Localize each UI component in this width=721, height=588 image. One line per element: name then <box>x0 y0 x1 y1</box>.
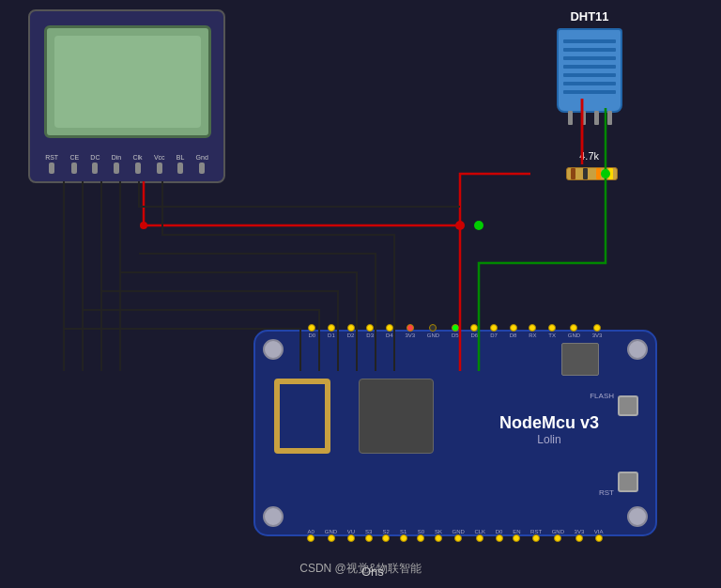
antenna-coil <box>274 379 330 454</box>
flash-label: FLASH <box>590 392 614 400</box>
rst-button <box>618 472 638 492</box>
nokia-screen-inner <box>54 36 201 128</box>
nodemcu-label: NodeMcu v3 Lolin <box>499 413 599 446</box>
nokia-label: Nokia5110 <box>97 0 157 3</box>
pin-ce: CE <box>69 154 79 174</box>
nodemcu-board: FLASH RST NodeMcu v3 Lolin D0 D1 D2 D3 D… <box>253 330 657 536</box>
flash-button <box>618 395 638 416</box>
rst-label: RST <box>599 488 614 497</box>
pin-vcc: Vcc <box>154 154 165 174</box>
nokia-body: RST CE DC Din Clk <box>28 9 225 183</box>
corner-tr <box>627 339 648 360</box>
corner-bl <box>263 506 284 527</box>
nokia-pins: RST CE DC Din Clk <box>39 154 214 174</box>
dht11-pin-row <box>563 111 616 125</box>
dht11-label: DHT11 <box>552 9 627 23</box>
pin-clk: Clk <box>133 154 143 174</box>
ic-chip <box>359 379 434 454</box>
ons-text: Ons <box>361 565 384 579</box>
corner-tl <box>263 339 284 360</box>
nokia-screen <box>44 25 211 138</box>
circuit-diagram: Nokia5110 RST CE DC Din <box>0 0 721 588</box>
corner-br <box>627 506 648 527</box>
pin-dc: DC <box>90 154 100 174</box>
dht11-body <box>557 28 622 113</box>
svg-point-2 <box>455 221 465 230</box>
pin-bl: BL <box>176 154 185 174</box>
nokia-lcd: Nokia5110 RST CE DC Din <box>28 9 225 183</box>
svg-point-3 <box>140 222 147 229</box>
pin-din: Din <box>112 154 122 174</box>
nodemcu-chip2 <box>561 343 599 376</box>
pin-row-top: D0 D1 D2 D3 D4 3V3 GND D5 D6 D7 D8 RX TX… <box>302 324 608 338</box>
watermark: CSDN @视觉&物联智能 <box>299 561 422 577</box>
svg-point-0 <box>474 221 483 230</box>
pin-rst: RST <box>45 154 58 174</box>
pin-row-bottom: A0 GND VU S3 S2 S1 S0 SK GND CLK D0 EN R… <box>302 528 608 542</box>
resistor-body <box>566 167 618 180</box>
antenna <box>274 379 330 454</box>
dht11-sensor: DHT11 <box>552 9 627 113</box>
resistor-label: 4.7k <box>579 150 599 162</box>
nodemcu-body: FLASH RST NodeMcu v3 Lolin D0 D1 D2 D3 D… <box>253 330 657 536</box>
dht11-lines <box>559 30 621 103</box>
pin-gnd: Gnd <box>196 154 208 174</box>
